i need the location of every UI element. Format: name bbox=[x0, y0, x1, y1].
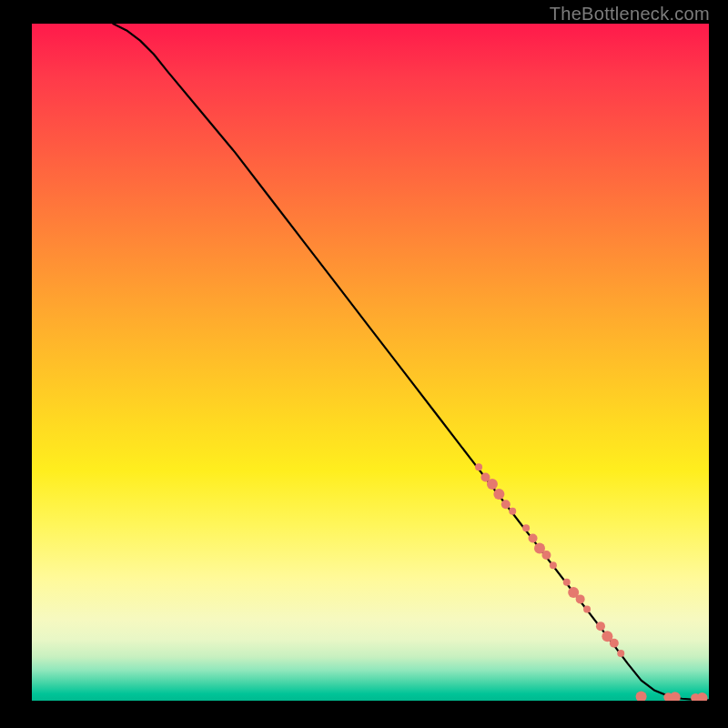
data-marker bbox=[475, 463, 482, 470]
plot-area bbox=[32, 24, 709, 701]
data-marker bbox=[583, 606, 591, 613]
data-marker bbox=[636, 692, 647, 701]
data-marker bbox=[697, 693, 708, 701]
data-marker bbox=[501, 500, 511, 509]
data-marker bbox=[617, 650, 624, 657]
data-marker bbox=[610, 639, 619, 648]
data-marker bbox=[509, 508, 516, 515]
data-marker bbox=[487, 479, 498, 490]
attribution-text: TheBottleneck.com bbox=[550, 4, 710, 25]
chart-stage: TheBottleneck.com bbox=[0, 0, 728, 728]
data-marker bbox=[550, 561, 557, 569]
curve-line bbox=[113, 24, 709, 700]
data-marker bbox=[529, 533, 538, 542]
data-marker bbox=[522, 524, 530, 531]
data-marker bbox=[563, 579, 571, 586]
chart-svg bbox=[32, 24, 709, 701]
data-marker bbox=[576, 594, 585, 603]
data-marker bbox=[541, 551, 551, 560]
data-marker bbox=[670, 692, 681, 701]
markers-group bbox=[475, 463, 708, 701]
data-marker bbox=[493, 489, 504, 500]
data-marker bbox=[596, 622, 605, 631]
